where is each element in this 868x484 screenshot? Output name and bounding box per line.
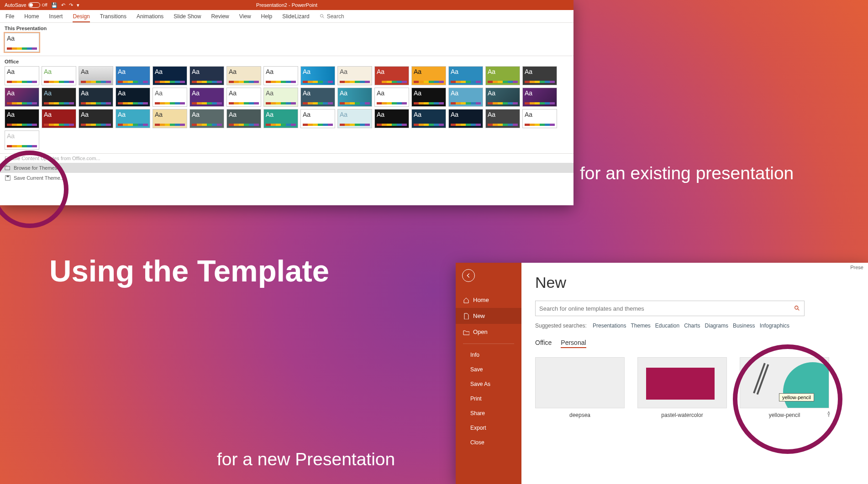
back-button[interactable]: [462, 269, 475, 282]
theme-thumb[interactable]: Aa: [263, 88, 298, 107]
theme-thumb[interactable]: Aa: [153, 88, 187, 107]
theme-thumb[interactable]: Aa: [5, 66, 39, 85]
theme-thumb[interactable]: Aa: [522, 109, 557, 128]
theme-thumb[interactable]: Aa: [448, 66, 483, 85]
theme-thumb[interactable]: Aa: [79, 109, 113, 128]
theme-thumb[interactable]: Aa: [485, 88, 520, 107]
suggested-link-diagrams[interactable]: Diagrams: [705, 323, 728, 329]
tab-file[interactable]: File: [5, 13, 14, 20]
sidebar-item-home[interactable]: Home: [456, 292, 521, 308]
theme-thumb[interactable]: Aa: [116, 66, 150, 85]
theme-thumb[interactable]: Aa: [189, 88, 224, 107]
gallery-footer: Enable Content Updates from Office.com..…: [0, 154, 573, 183]
theme-thumb[interactable]: Aa: [116, 109, 150, 128]
theme-thumb[interactable]: Aa: [522, 66, 557, 85]
tab-transitions[interactable]: Transitions: [100, 13, 126, 20]
theme-thumb[interactable]: Aa: [485, 66, 520, 85]
section-office: Office: [0, 56, 573, 66]
theme-thumb[interactable]: Aa: [226, 109, 261, 128]
theme-thumb[interactable]: Aa: [300, 66, 335, 85]
theme-thumb[interactable]: Aa: [79, 88, 113, 107]
suggested-link-charts[interactable]: Charts: [684, 323, 700, 329]
search-input[interactable]: [539, 305, 794, 312]
theme-thumb[interactable]: Aa: [42, 66, 76, 85]
sidebar-item-new[interactable]: New: [456, 308, 521, 324]
suggested-link-presentations[interactable]: Presentations: [593, 323, 626, 329]
theme-thumb[interactable]: Aa: [226, 66, 261, 85]
suggested-link-themes[interactable]: Themes: [631, 323, 650, 329]
theme-thumb[interactable]: Aa: [5, 88, 39, 107]
start-slideshow-icon[interactable]: ▾: [77, 2, 79, 8]
theme-thumb[interactable]: Aa: [522, 88, 557, 107]
theme-thumb[interactable]: Aa: [411, 109, 446, 128]
tell-me-search[interactable]: Search: [320, 13, 344, 20]
sidebar-item-info[interactable]: Info: [456, 348, 521, 362]
theme-thumb[interactable]: Aa: [42, 109, 76, 128]
theme-thumb[interactable]: Aa: [5, 130, 39, 150]
tab-help[interactable]: Help: [261, 13, 273, 20]
save-current-theme[interactable]: Save Current Theme...: [0, 173, 573, 183]
template-pastel[interactable]: pastel-watercolor: [637, 357, 727, 418]
template-caption: deepsea: [535, 412, 625, 418]
sidebar-item-save[interactable]: Save: [456, 362, 521, 377]
browse-for-themes[interactable]: Browse for Themes...: [0, 163, 573, 173]
autosave-label: AutoSave: [5, 2, 26, 8]
theme-thumb[interactable]: Aa: [5, 109, 39, 128]
theme-thumb[interactable]: Aa: [300, 88, 335, 107]
theme-thumb[interactable]: Aa: [448, 88, 483, 107]
theme-thumb[interactable]: Aa: [79, 66, 113, 85]
theme-thumb[interactable]: Aa: [300, 109, 335, 128]
sidebar-item-export[interactable]: Export: [456, 421, 521, 435]
theme-thumb[interactable]: Aa: [189, 109, 224, 128]
theme-thumb[interactable]: Aa: [153, 109, 187, 128]
category-tab-office[interactable]: Office: [535, 339, 552, 346]
tab-slide-show[interactable]: Slide Show: [174, 13, 201, 20]
theme-thumb[interactable]: Aa: [337, 88, 372, 107]
sidebar-item-share[interactable]: Share: [456, 406, 521, 421]
theme-thumb[interactable]: Aa: [263, 66, 298, 85]
theme-thumb[interactable]: Aa: [153, 66, 187, 85]
search-icon[interactable]: [794, 305, 800, 312]
suggested-link-infographics[interactable]: Infographics: [760, 323, 789, 329]
tab-slidelizard[interactable]: SlideLizard: [282, 13, 309, 20]
tab-view[interactable]: View: [239, 13, 251, 20]
theme-thumb[interactable]: Aa: [226, 88, 261, 107]
theme-thumb[interactable]: Aa: [337, 109, 372, 128]
sidebar-item-close[interactable]: Close: [456, 435, 521, 450]
sidebar-item-print[interactable]: Print: [456, 391, 521, 406]
category-tab-personal[interactable]: Personal: [561, 339, 586, 348]
undo-icon[interactable]: ↶: [61, 2, 65, 8]
tab-insert[interactable]: Insert: [49, 13, 63, 20]
sidebar-item-open[interactable]: Open: [456, 324, 521, 340]
theme-thumb[interactable]: Aa: [411, 88, 446, 107]
tab-design[interactable]: Design: [73, 13, 89, 22]
window-title-partial: Prese: [850, 265, 863, 270]
annotation-circle-template: [733, 344, 842, 454]
theme-thumb[interactable]: Aa: [42, 88, 76, 107]
template-deepsea[interactable]: deepsea: [535, 357, 625, 418]
sidebar-item-save-as[interactable]: Save As: [456, 377, 521, 391]
arrow-left-icon: [465, 272, 472, 279]
save-icon[interactable]: 💾: [51, 2, 58, 8]
theme-thumb[interactable]: Aa: [337, 66, 372, 85]
svg-point-0: [320, 14, 323, 17]
theme-thumb[interactable]: Aa: [485, 109, 520, 128]
theme-thumb[interactable]: Aa: [263, 109, 298, 128]
suggested-link-business[interactable]: Business: [733, 323, 755, 329]
redo-icon[interactable]: ↷: [69, 2, 73, 8]
tab-home[interactable]: Home: [24, 13, 39, 20]
template-search[interactable]: [535, 301, 805, 316]
autosave-toggle[interactable]: AutoSave Off: [5, 2, 47, 8]
theme-thumb[interactable]: Aa: [448, 109, 483, 128]
theme-thumb[interactable]: Aa: [374, 88, 409, 107]
theme-thumb[interactable]: Aa: [374, 66, 409, 85]
theme-thumb[interactable]: Aa: [116, 88, 150, 107]
theme-thumb[interactable]: Aa: [411, 66, 446, 85]
suggested-link-education[interactable]: Education: [655, 323, 679, 329]
tab-animations[interactable]: Animations: [137, 13, 163, 20]
theme-thumb[interactable]: Aa: [5, 33, 39, 52]
theme-thumb[interactable]: Aa: [189, 66, 224, 85]
search-icon: [320, 14, 325, 19]
tab-review[interactable]: Review: [211, 13, 229, 20]
theme-thumb[interactable]: Aa: [374, 109, 409, 128]
